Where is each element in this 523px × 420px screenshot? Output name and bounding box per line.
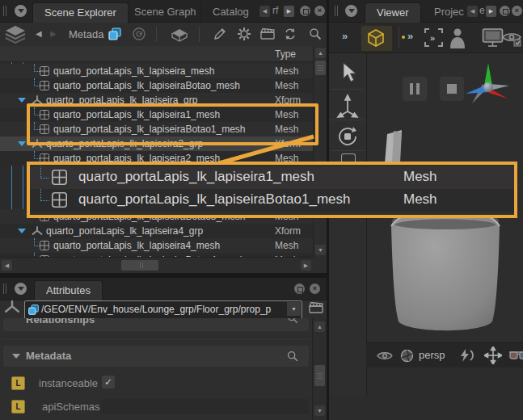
panel-menu-button[interactable]	[15, 283, 27, 295]
search-icon[interactable]	[286, 318, 299, 328]
dock-handle[interactable]	[3, 284, 4, 294]
visibility-eye-icon[interactable]	[501, 30, 522, 51]
tree-connector	[40, 189, 49, 201]
layers-icon[interactable]	[3, 24, 27, 48]
tab-catalog[interactable]: Catalog	[200, 2, 260, 22]
forward-arrow-icon[interactable]: ▶	[50, 29, 57, 38]
scrollbar-thumb[interactable]	[121, 260, 158, 271]
zoom-callout: quarto_portaLapis_lk_lapiseira1_mesh Mes…	[27, 162, 517, 218]
dock-handle[interactable]	[6, 284, 6, 294]
chevrons-icon[interactable]: »	[342, 30, 348, 42]
table-row[interactable]: quarto_portaLapis_lk_lapiseira1_mesh Mes…	[0, 107, 313, 122]
chevron-down-icon[interactable]: ▼	[287, 302, 301, 316]
clapperboard-icon[interactable]	[259, 27, 276, 44]
tab-attributes[interactable]: Attributes	[34, 280, 103, 300]
type-column-header[interactable]: Type	[275, 48, 296, 60]
sync-icon[interactable]	[283, 27, 297, 44]
chevrons-icon[interactable]: »	[407, 30, 413, 42]
table-row[interactable]: quarto_portaLapis_lk_lapiseiraBotao_mesh…	[0, 78, 313, 93]
panel-restore-icon[interactable]	[294, 284, 305, 294]
panel-close-icon[interactable]: ×	[310, 284, 320, 294]
mannequin-icon[interactable]	[449, 27, 466, 52]
tab-scroll-left-icon[interactable]: ◀	[467, 6, 478, 17]
clapperboard-icon[interactable]	[308, 300, 324, 318]
pencil-icon[interactable]	[213, 27, 227, 44]
gear-icon[interactable]	[237, 27, 251, 44]
refresh-icon[interactable]	[132, 27, 146, 44]
select-cursor-icon[interactable]	[337, 61, 358, 87]
table-row[interactable]: quarto_portaLapis_lk_lapiseiraBotao1_mes…	[0, 122, 313, 136]
expand-triangle-icon[interactable]	[18, 141, 26, 146]
tab-project[interactable]: Projec	[423, 2, 466, 22]
table-row[interactable]: quarto_portaLapis_lk_lapiseira4_mesh Mes…	[0, 238, 313, 253]
panel-close-icon[interactable]: ×	[314, 6, 325, 16]
stop-button[interactable]	[439, 76, 465, 102]
scroll-down-icon[interactable]: ▼	[315, 245, 326, 255]
tree-connector	[34, 122, 40, 130]
xform-icon	[32, 226, 43, 236]
search-icon[interactable]	[308, 27, 323, 44]
prim-path-field[interactable]: /GEO/ENV/Env_house/Lounge_grp/Floor_grp/…	[24, 300, 302, 319]
stereo-glasses-icon[interactable]	[508, 350, 523, 364]
scrollbar-thumb[interactable]	[314, 365, 325, 386]
panel-close-icon[interactable]: ×	[512, 6, 522, 16]
tree-vscrollbar[interactable]: ▲ ▼	[313, 46, 327, 257]
apischemas-input[interactable]	[100, 399, 309, 414]
panel-restore-icon[interactable]	[500, 6, 510, 16]
collapse-triangle-icon[interactable]	[12, 354, 20, 359]
section-title: Metadata	[26, 350, 71, 362]
tab-scene-explorer[interactable]: Scene Explorer	[32, 2, 129, 23]
camera-selector[interactable]: persp	[419, 349, 445, 361]
scroll-right-icon[interactable]: ▶	[301, 260, 311, 271]
tab-viewer[interactable]: Viewer	[365, 2, 421, 23]
tab-overflow-fragment[interactable]: rf	[272, 5, 278, 16]
table-row-selected[interactable]: quarto_portaLapis_lk_lapiseira2_grp Xfor…	[0, 136, 313, 151]
section-title: Relationships	[26, 318, 95, 326]
search-icon[interactable]	[286, 350, 299, 366]
tab-scroll-left-icon[interactable]: ◀	[259, 6, 270, 17]
section-metadata[interactable]: Metadata	[3, 346, 309, 367]
tab-scroll-right-icon[interactable]: ▶	[284, 6, 294, 17]
panel-menu-button[interactable]	[15, 5, 27, 17]
shaded-cube-button[interactable]	[361, 25, 393, 52]
instanceable-checkbox[interactable]: ✓	[102, 376, 115, 388]
translate-icon[interactable]	[336, 94, 359, 123]
section-relationships[interactable]: Relationships	[3, 318, 309, 331]
attributes-vscrollbar[interactable]: ▲ ▼	[312, 318, 327, 420]
pause-button[interactable]	[402, 76, 428, 102]
dock-handle[interactable]	[335, 6, 335, 16]
xform-icon	[4, 300, 20, 317]
scrollbar-thumb[interactable]	[315, 61, 326, 75]
divider	[331, 89, 365, 90]
expand-triangle-icon[interactable]	[18, 229, 26, 233]
tool-icon-partial[interactable]	[341, 153, 356, 162]
rotate-icon[interactable]	[336, 124, 359, 153]
scroll-down-icon[interactable]: ▼	[314, 405, 325, 416]
dock-handle[interactable]	[6, 6, 6, 16]
scroll-up-icon[interactable]: ▲	[314, 321, 325, 332]
expand-triangle-icon[interactable]	[18, 98, 26, 103]
pan-icon[interactable]	[484, 346, 502, 368]
table-row[interactable]: quarto_portaLapis_lk_lapiseira4_grp Xfor…	[0, 224, 313, 238]
dock-handle[interactable]	[3, 6, 4, 16]
tab-scene-graph[interactable]: Scene Graph	[123, 2, 208, 22]
scroll-left-icon[interactable]: ◀	[2, 260, 12, 271]
active-dot-icon	[402, 36, 405, 39]
scroll-up-icon[interactable]: ▲	[315, 48, 326, 58]
stage-cubes-icon[interactable]	[108, 27, 122, 44]
dock-handle[interactable]	[337, 6, 338, 16]
panel-menu-button[interactable]	[345, 5, 357, 17]
table-row[interactable]: quarto_portaLapis_lk_lapiseira_grp Xform	[0, 93, 313, 107]
exposure-icon[interactable]	[459, 349, 477, 365]
table-row[interactable]: quarto_portaLapis_lk_lapiseira_mesh Mesh	[0, 64, 313, 78]
export-box-icon[interactable]	[170, 26, 189, 47]
tab-scroll-right-icon[interactable]: ▶	[486, 6, 496, 17]
axis-compass-icon[interactable]	[464, 61, 516, 116]
back-arrow-icon[interactable]: ◀	[36, 29, 42, 38]
tab-overflow-fragment[interactable]: e	[479, 5, 485, 16]
eye-icon[interactable]	[377, 350, 393, 365]
tree-hscrollbar[interactable]: ◀ ▶	[0, 257, 313, 274]
aperture-icon[interactable]	[400, 349, 414, 366]
selection-frame-icon[interactable]: »	[423, 27, 445, 48]
panel-restore-icon[interactable]	[300, 6, 310, 16]
